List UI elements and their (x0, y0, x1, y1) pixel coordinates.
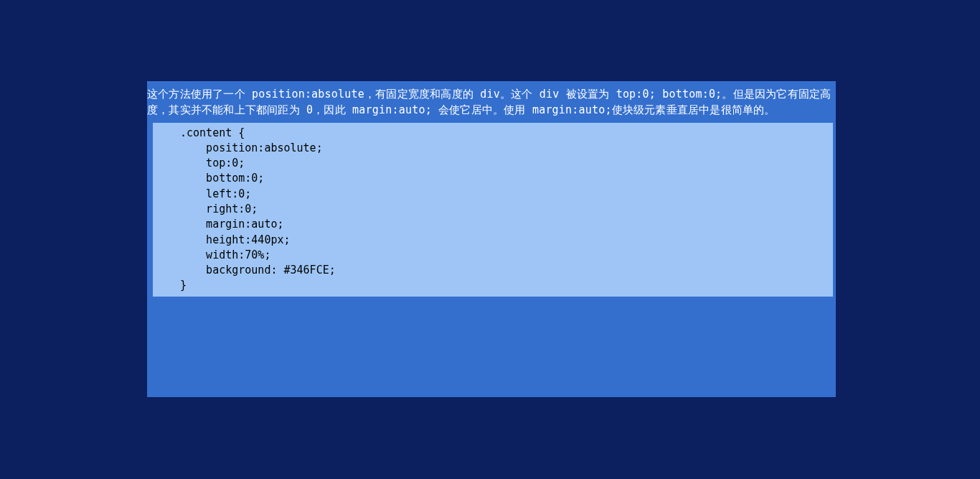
css-code-block: .content { position:absolute; top:0; bot… (153, 123, 833, 297)
description-text: 这个方法使用了一个 position:absolute，有固定宽度和高度的 di… (147, 81, 836, 123)
content-panel: 这个方法使用了一个 position:absolute，有固定宽度和高度的 di… (147, 81, 836, 397)
